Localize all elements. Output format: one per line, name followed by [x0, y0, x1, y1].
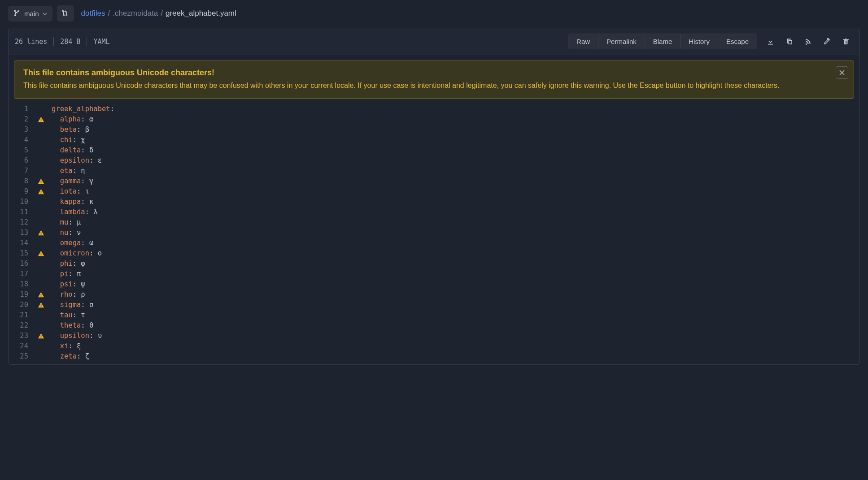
- line-number[interactable]: 14: [9, 238, 34, 248]
- warning-icon[interactable]: [34, 178, 48, 185]
- warning-body: This file contains ambiguous Unicode cha…: [23, 80, 831, 91]
- breadcrumb-sep: /: [161, 9, 163, 18]
- file-actions: Raw Permalink Blame History Escape: [568, 34, 853, 49]
- code-content: alpha: α: [48, 114, 93, 125]
- line-number[interactable]: 4: [9, 135, 34, 145]
- rss-icon[interactable]: [800, 34, 816, 49]
- yaml-key: alpha: [60, 115, 81, 123]
- yaml-key: omega: [60, 239, 81, 247]
- yaml-value: ψ: [81, 280, 85, 288]
- edit-icon[interactable]: [819, 34, 834, 49]
- line-number[interactable]: 20: [9, 300, 34, 310]
- warning-icon[interactable]: [34, 302, 48, 308]
- code-line: 20 sigma: σ: [9, 300, 859, 310]
- file-lang: YAML: [93, 38, 109, 46]
- yaml-key: beta: [60, 125, 77, 134]
- yaml-value: υ: [98, 332, 102, 340]
- code-content: greek_alphabet:: [48, 104, 114, 114]
- permalink-button[interactable]: Permalink: [598, 34, 645, 49]
- yaml-value: θ: [89, 321, 93, 329]
- file-header: 26 lines 284 B YAML Raw Permalink Blame …: [9, 28, 859, 55]
- yaml-key: psi: [60, 280, 73, 288]
- line-number[interactable]: 5: [9, 145, 34, 156]
- yaml-key: pi: [60, 270, 69, 278]
- warning-icon[interactable]: [34, 229, 48, 236]
- warning-icon[interactable]: [34, 188, 48, 195]
- yaml-value: κ: [89, 198, 93, 206]
- code-content: upsilon: υ: [48, 331, 102, 341]
- line-number[interactable]: 19: [9, 290, 34, 300]
- yaml-key: theta: [60, 321, 81, 329]
- warning-icon[interactable]: [34, 333, 48, 339]
- yaml-key: xi: [60, 342, 69, 350]
- history-button[interactable]: History: [680, 34, 718, 49]
- yaml-value: ε: [98, 156, 102, 164]
- line-number[interactable]: 2: [9, 114, 34, 125]
- line-number[interactable]: 24: [9, 341, 34, 351]
- compare-button[interactable]: [57, 5, 74, 22]
- unicode-warning: This file contains ambiguous Unicode cha…: [14, 61, 854, 99]
- yaml-value: π: [77, 270, 81, 278]
- escape-button[interactable]: Escape: [718, 34, 757, 49]
- breadcrumb-file: greek_alphabet.yaml: [166, 9, 236, 18]
- yaml-key: mu: [60, 218, 69, 226]
- yaml-value: ι: [85, 187, 89, 195]
- line-number[interactable]: 6: [9, 156, 34, 166]
- line-number[interactable]: 7: [9, 166, 34, 176]
- line-number[interactable]: 25: [9, 351, 34, 362]
- code-line: 8 gamma: γ: [9, 176, 859, 186]
- line-number[interactable]: 10: [9, 197, 34, 207]
- copy-icon[interactable]: [781, 34, 797, 49]
- code-content: kappa: κ: [48, 197, 93, 207]
- raw-button[interactable]: Raw: [568, 34, 598, 49]
- warning-icon[interactable]: [34, 116, 48, 123]
- code-line: 24 xi: ξ: [9, 341, 859, 351]
- code-content: omega: ω: [48, 238, 93, 248]
- yaml-key: rho: [60, 290, 73, 298]
- line-number[interactable]: 1: [9, 104, 34, 114]
- yaml-key: eta: [60, 167, 73, 175]
- yaml-key: epsilon: [60, 156, 89, 164]
- top-bar: main dotfiles / .chezmoidata / greek_alp…: [8, 5, 860, 22]
- download-icon[interactable]: [763, 34, 778, 49]
- line-number[interactable]: 21: [9, 310, 34, 320]
- line-number[interactable]: 18: [9, 279, 34, 290]
- yaml-value: ζ: [85, 352, 89, 360]
- file-size: 284 B: [60, 38, 80, 46]
- code-line: 2 alpha: α: [9, 114, 859, 125]
- line-number[interactable]: 3: [9, 125, 34, 135]
- code-line: 14 omega: ω: [9, 238, 859, 248]
- code-content: zeta: ζ: [48, 351, 89, 362]
- line-number[interactable]: 17: [9, 269, 34, 279]
- yaml-key: iota: [60, 187, 77, 195]
- yaml-value: τ: [81, 311, 85, 319]
- code-content: nu: ν: [48, 228, 81, 238]
- warning-icon[interactable]: [34, 291, 48, 298]
- yaml-value: ρ: [81, 290, 85, 298]
- warning-icon[interactable]: [34, 250, 48, 257]
- line-number[interactable]: 11: [9, 207, 34, 217]
- code-line: 19 rho: ρ: [9, 290, 859, 300]
- line-number[interactable]: 23: [9, 331, 34, 341]
- line-number[interactable]: 13: [9, 228, 34, 238]
- code-view: 1greek_alphabet:2 alpha: α3 beta: β4 chi…: [9, 104, 859, 364]
- blame-button[interactable]: Blame: [645, 34, 681, 49]
- line-number[interactable]: 9: [9, 186, 34, 197]
- action-icons: [763, 34, 853, 49]
- breadcrumb-path[interactable]: .chezmoidata: [113, 9, 158, 18]
- code-line: 10 kappa: κ: [9, 197, 859, 207]
- breadcrumb-repo[interactable]: dotfiles: [81, 9, 105, 18]
- branch-selector[interactable]: main: [8, 6, 52, 22]
- line-number[interactable]: 12: [9, 217, 34, 228]
- close-icon[interactable]: [836, 66, 848, 79]
- chevron-down-icon: [43, 10, 47, 17]
- code-content: rho: ρ: [48, 290, 85, 300]
- yaml-value: β: [85, 125, 89, 134]
- yaml-value: χ: [81, 136, 85, 144]
- code-line: 12 mu: μ: [9, 217, 859, 228]
- line-number[interactable]: 16: [9, 259, 34, 269]
- line-number[interactable]: 8: [9, 176, 34, 186]
- line-number[interactable]: 22: [9, 320, 34, 331]
- line-number[interactable]: 15: [9, 248, 34, 259]
- trash-icon[interactable]: [838, 34, 853, 49]
